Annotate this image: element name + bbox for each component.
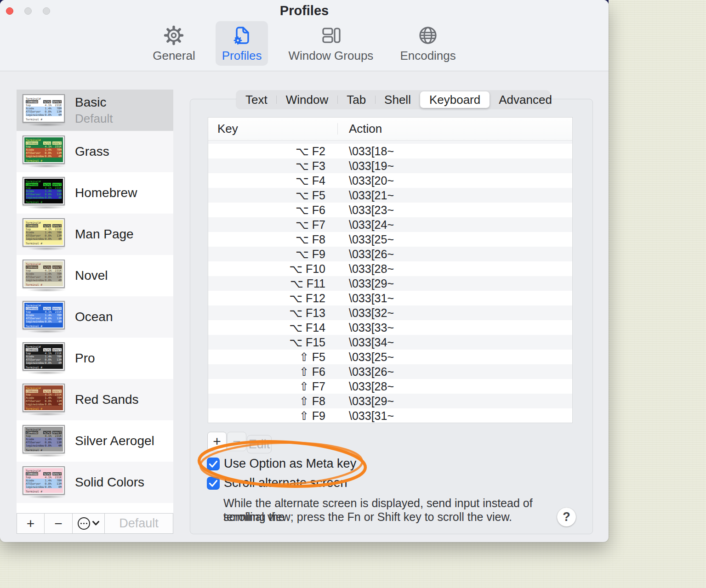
thumb-cell: 13M	[54, 110, 62, 113]
tab-label: Advanced	[499, 93, 552, 107]
thumb-cell: ATSServer	[26, 275, 41, 278]
table-row[interactable]: ⇧ F7 \033[28~	[208, 379, 572, 394]
profile-name: Novel	[75, 268, 108, 283]
thumb-cell: 231K	[54, 186, 62, 189]
thumb-header-row: COMMAND %CPU RPRVT	[26, 348, 62, 351]
key-cell: ⌥ F12	[208, 292, 325, 305]
thumb-cell: loginwindow	[26, 196, 44, 199]
profile-list-item[interactable]: Terminal# COMMAND %CPU RPRVT top4.1%231K…	[17, 338, 173, 379]
key-column-header[interactable]: Key	[208, 118, 338, 140]
thumb-cell: 4M	[54, 361, 62, 364]
tab-segment[interactable]: Text	[236, 90, 277, 109]
toolbar-label: Window Groups	[288, 49, 373, 63]
thumbnail-frame: Terminal# COMMAND %CPU RPRVT top4.1%231K…	[23, 260, 65, 288]
table-row[interactable]: ⌥ F7 \033[24~	[208, 217, 572, 232]
profile-labels: Solid Colors	[75, 475, 144, 490]
tab-segment[interactable]: Window	[277, 90, 337, 109]
thumb-cell: 1.4%	[45, 479, 51, 482]
checkbox-label: Scroll alternate screen	[224, 476, 347, 490]
thumb-cell: 231K	[54, 145, 62, 148]
profile-labels: Red Sands	[75, 392, 139, 407]
key-bindings-table[interactable]: Key Action ⌥ F2 \033[18~ ⌥ F3 \033[19~ ⌥…	[208, 117, 573, 423]
thumb-chip: RPRVT	[52, 141, 62, 145]
add-profile-button[interactable]: +	[17, 514, 45, 533]
table-row[interactable]: ⌥ F4 \033[20~	[208, 173, 572, 188]
profile-list-item[interactable]: Terminal# COMMAND %CPU RPRVT top4.1%231K…	[17, 420, 173, 462]
key-cell: ⇧ F8	[208, 395, 325, 408]
toolbar-item-general[interactable]: General	[146, 21, 202, 66]
thumb-cell: 0.0%	[45, 113, 51, 116]
profile-thumbnail: Terminal# COMMAND %CPU RPRVT top4.1%231K…	[23, 218, 70, 250]
table-row[interactable]: ⌥ F9 \033[26~	[208, 247, 572, 261]
thumbnail-frame: Terminal# COMMAND %CPU RPRVT top4.1%231K…	[23, 136, 65, 164]
profile-list-item[interactable]: Terminal# COMMAND %CPU RPRVT top4.1%231K…	[17, 296, 173, 338]
action-column-header[interactable]: Action	[338, 122, 382, 136]
tab-label: Tab	[347, 93, 366, 107]
table-row[interactable]: ⇧ F5 \033[25~	[208, 350, 572, 364]
table-row[interactable]: ⌥ F5 \033[21~	[208, 188, 572, 203]
toolbar-item-encodings[interactable]: Encodings	[393, 21, 462, 66]
table-row[interactable]: ⇧ F6 \033[26~	[208, 364, 572, 379]
remove-binding-button[interactable]: −	[227, 432, 246, 451]
thumbnail-screen: Terminal# COMMAND %CPU RPRVT top4.1%231K…	[24, 179, 63, 204]
table-row[interactable]: ⌥ F13 \033[32~	[208, 305, 572, 320]
toolbar-item-profiles[interactable]: Profiles	[216, 21, 268, 66]
table-row[interactable]: ⌥ F14 \033[33~	[208, 320, 572, 335]
profile-list-item[interactable]: Terminal# COMMAND %CPU RPRVT top4.1%231K…	[17, 172, 173, 214]
table-row[interactable]: ⌥ F8 \033[25~	[208, 232, 572, 247]
scroll-alternate-screen-checkbox[interactable]	[207, 477, 220, 490]
use-option-as-meta-checkbox[interactable]	[207, 458, 220, 470]
profile-list-item[interactable]: Terminal# COMMAND %CPU RPRVT top4.1%231K…	[17, 462, 173, 503]
profile-list-item[interactable]: Terminal# COMMAND %CPU RPRVT top4.1%231K…	[17, 90, 173, 131]
thumb-chip: COMMAND	[26, 183, 38, 186]
help-button[interactable]: ?	[557, 508, 576, 526]
thumb-row: loginwindow0.0%4M	[26, 113, 62, 116]
tab-segment[interactable]: Tab	[337, 90, 375, 109]
profile-list-item[interactable]: Terminal# COMMAND %CPU RPRVT top4.1%231K…	[17, 214, 173, 255]
thumb-cell: 4.1%	[45, 103, 51, 107]
thumbnail-screen: Terminal# COMMAND %CPU RPRVT top4.1%231K…	[24, 137, 63, 162]
thumb-prompt: Terminal #	[26, 200, 62, 204]
thumb-cell: 78M	[54, 231, 62, 234]
table-row[interactable]: ⌥ F12 \033[31~	[208, 291, 572, 305]
tab-segment[interactable]: Advanced	[490, 90, 561, 109]
minimize-button[interactable]	[24, 7, 32, 15]
profile-list-item[interactable]: Terminal# COMMAND %CPU RPRVT top4.1%231K…	[17, 255, 173, 296]
zoom-button[interactable]	[43, 7, 50, 15]
thumb-row: top4.1%231K	[26, 145, 62, 148]
profile-list-item[interactable]: Terminal# COMMAND %CPU RPRVT top4.1%231K…	[17, 131, 173, 172]
thumb-row: loginwindow0.0%4M	[26, 154, 62, 158]
thumb-prompt: Terminal #	[26, 159, 62, 162]
thumbnail-shadow	[27, 288, 66, 292]
thumb-cell: 78M	[54, 437, 62, 441]
thumb-chip: COMMAND	[26, 224, 38, 227]
thumb-cell: 4.1%	[45, 434, 51, 437]
close-button[interactable]	[6, 7, 13, 15]
default-button[interactable]: Default	[105, 514, 173, 533]
thumb-cell: 4M	[54, 320, 62, 323]
tab-bar: Text Window Tab Shell Keyboard Advanced	[236, 90, 550, 109]
thumb-cell: 78M	[54, 148, 62, 151]
table-row[interactable]: ⌥ F6 \033[23~	[208, 203, 572, 217]
thumb-row: top4.1%231K	[26, 227, 62, 231]
table-row[interactable]: ⇧ F9 \033[31~	[208, 408, 572, 423]
table-row[interactable]: ⌥ F10 \033[28~	[208, 261, 572, 276]
table-row[interactable]: ⌥ F3 \033[19~	[208, 158, 572, 173]
add-binding-button[interactable]: +	[207, 432, 227, 451]
table-row[interactable]: ⇧ F8 \033[29~	[208, 394, 572, 408]
thumb-row: loginwindow0.0%4M	[26, 196, 62, 199]
thumb-cell: 4.1%	[45, 269, 51, 272]
edit-binding-button[interactable]: Edit	[247, 435, 272, 453]
action-cell: \033[28~	[325, 262, 394, 276]
thumbnail-frame: Terminal# COMMAND %CPU RPRVT top4.1%231K…	[23, 218, 65, 247]
profile-action-menu-button[interactable]	[73, 514, 105, 533]
tab-segment[interactable]: Keyboard	[420, 91, 490, 108]
tab-segment[interactable]: Shell	[375, 90, 420, 109]
profile-list-item[interactable]: Terminal# COMMAND %CPU RPRVT top4.1%231K…	[17, 379, 173, 420]
thumb-cell: 0.0%	[45, 237, 51, 240]
table-row[interactable]: ⌥ F15 \033[34~	[208, 335, 572, 350]
table-row[interactable]: ⌥ F11 \033[29~	[208, 276, 572, 291]
toolbar-item-window-groups[interactable]: Window Groups	[282, 21, 380, 66]
table-row[interactable]: ⌥ F2 \033[18~	[208, 144, 572, 158]
remove-profile-button[interactable]: −	[45, 514, 73, 533]
